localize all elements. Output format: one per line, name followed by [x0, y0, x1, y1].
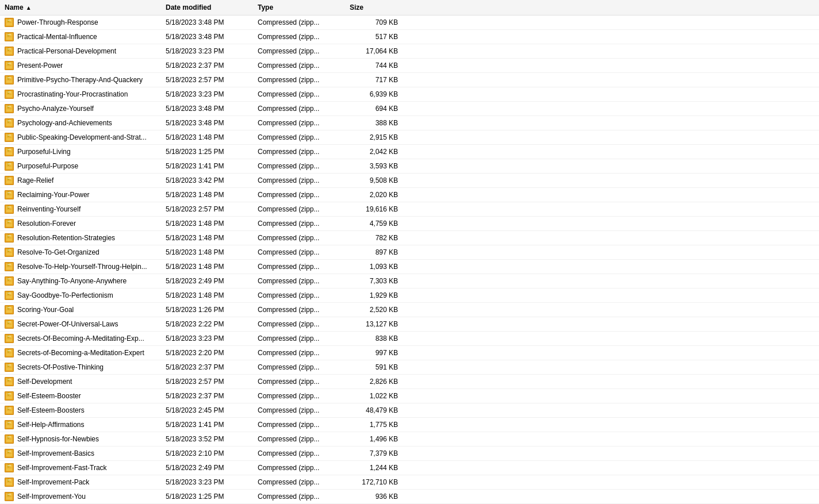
header-type[interactable]: Type	[253, 1, 345, 14]
table-row[interactable]: Procrastinating-Your-Procrastination5/18…	[0, 87, 819, 102]
table-row[interactable]: Secrets-Of-Becoming-A-Meditating-Exp...5…	[0, 332, 819, 346]
file-size-cell: 2,915 KB	[345, 131, 403, 144]
table-row[interactable]: Public-Speaking-Development-and-Strat...…	[0, 130, 819, 145]
file-name-text: Reclaiming-Your-Power	[17, 190, 90, 200]
table-row[interactable]: Present-Power5/18/2023 2:37 PMCompressed…	[0, 59, 819, 73]
file-name-text: Practical-Personal-Development	[17, 46, 116, 56]
file-name-text: Reinventing-Yourself	[17, 204, 81, 214]
table-row[interactable]: Practical-Personal-Development5/18/2023 …	[0, 44, 819, 59]
svg-rect-77	[8, 235, 9, 236]
file-date-cell: 5/18/2023 1:48 PM	[161, 188, 253, 201]
svg-rect-112	[8, 336, 9, 336]
zip-file-icon	[5, 406, 14, 415]
table-row[interactable]: Self-Esteem-Booster5/18/2023 2:37 PMComp…	[0, 389, 819, 403]
svg-rect-33	[8, 107, 9, 107]
svg-rect-106	[7, 321, 9, 324]
table-row[interactable]: Secrets-Of-Postive-Thinking5/18/2023 2:3…	[0, 360, 819, 375]
svg-rect-103	[8, 308, 9, 309]
table-row[interactable]: Psychology-and-Achievements5/18/2023 3:4…	[0, 116, 819, 130]
file-type-cell: Compressed (zipp...	[253, 461, 345, 474]
header-name[interactable]: Name ▲	[0, 1, 161, 14]
svg-rect-167	[8, 494, 9, 494]
zip-file-icon	[5, 18, 14, 27]
file-name-cell: Present-Power	[0, 59, 161, 72]
file-name-text: Procrastinating-Your-Procrastination	[17, 89, 128, 99]
svg-rect-32	[8, 106, 9, 106]
file-name-cell: Resolve-To-Get-Organized	[0, 246, 161, 259]
table-row[interactable]: Rage-Relief5/18/2023 3:42 PMCompressed (…	[0, 174, 819, 188]
table-row[interactable]: Resolve-To-Get-Organized5/18/2023 1:48 P…	[0, 245, 819, 260]
table-row[interactable]: Purposeful-Living5/18/2023 1:25 PMCompre…	[0, 145, 819, 159]
file-list-container[interactable]: Name ▲ Date modified Type Size Power-Thr…	[0, 0, 819, 504]
table-row[interactable]: Say-Anything-To-Anyone-Anywhere5/18/2023…	[0, 274, 819, 288]
file-size-cell: 1,022 KB	[345, 390, 403, 402]
svg-rect-22	[8, 77, 9, 78]
table-row[interactable]: Reinventing-Yourself5/18/2023 2:57 PMCom…	[0, 202, 819, 217]
file-size-cell: 7,303 KB	[345, 275, 403, 287]
zip-file-icon	[5, 262, 14, 271]
file-size-cell: 694 KB	[345, 102, 403, 115]
table-row[interactable]: Primitive-Psycho-Therapy-And-Quackery5/1…	[0, 73, 819, 87]
file-size-cell: 997 KB	[345, 347, 403, 359]
file-date-cell: 5/18/2023 2:37 PM	[161, 59, 253, 72]
svg-rect-8	[8, 35, 9, 36]
svg-rect-132	[8, 393, 9, 394]
svg-rect-141	[7, 421, 9, 424]
file-date-cell: 5/18/2023 3:48 PM	[161, 117, 253, 129]
header-size[interactable]: Size	[345, 1, 403, 14]
file-date-cell: 5/18/2023 1:26 PM	[161, 303, 253, 316]
table-row[interactable]: Secrets-of-Becoming-a-Meditation-Expert5…	[0, 346, 819, 360]
table-row[interactable]: Resolution-Forever5/18/2023 1:48 PMCompr…	[0, 217, 819, 231]
header-date[interactable]: Date modified	[161, 1, 253, 14]
svg-rect-116	[7, 349, 9, 352]
svg-rect-3	[8, 21, 9, 21]
svg-rect-93	[8, 279, 9, 280]
file-size-cell: 13,127 KB	[345, 318, 403, 330]
svg-rect-153	[8, 452, 9, 452]
file-name-text: Present-Power	[17, 60, 63, 71]
file-size-cell: 3,593 KB	[345, 160, 403, 172]
table-row[interactable]: Self-Improvement-Basics5/18/2023 2:10 PM…	[0, 447, 819, 461]
file-name-text: Self-Esteem-Boosters	[17, 405, 85, 415]
table-row[interactable]: Purposeful-Purpose5/18/2023 1:41 PMCompr…	[0, 159, 819, 174]
table-row[interactable]: Secret-Power-Of-Universal-Laws5/18/2023 …	[0, 317, 819, 332]
table-row[interactable]: Reclaiming-Your-Power5/18/2023 1:48 PMCo…	[0, 188, 819, 202]
file-size-cell: 4,759 KB	[345, 217, 403, 230]
table-row[interactable]: Resolve-To-Help-Yourself-Throug-Helpin..…	[0, 260, 819, 274]
file-date-cell: 5/18/2023 3:42 PM	[161, 174, 253, 187]
table-row[interactable]: Self-Improvement-You5/18/2023 1:25 PMCom…	[0, 490, 819, 504]
table-row[interactable]: Say-Goodbye-To-Perfectionism5/18/2023 1:…	[0, 288, 819, 303]
table-row[interactable]: Psycho-Analyze-Yourself5/18/2023 3:48 PM…	[0, 102, 819, 116]
zip-file-icon	[5, 478, 14, 487]
table-row[interactable]: Self-Improvement-Pack5/18/2023 3:23 PMCo…	[0, 475, 819, 490]
table-row[interactable]: Scoring-Your-Goal5/18/2023 1:26 PMCompre…	[0, 303, 819, 317]
table-row[interactable]: Resolution-Retention-Strategies5/18/2023…	[0, 231, 819, 245]
zip-file-icon	[5, 434, 14, 444]
table-row[interactable]: Self-Hypnosis-for-Newbies5/18/2023 3:52 …	[0, 432, 819, 447]
table-row[interactable]: Self-Improvement-Fast-Track5/18/2023 2:4…	[0, 461, 819, 475]
svg-rect-97	[8, 293, 9, 293]
svg-rect-138	[8, 409, 9, 409]
file-date-cell: 5/18/2023 2:45 PM	[161, 404, 253, 417]
svg-rect-26	[7, 91, 9, 94]
table-row[interactable]: Self-Development5/18/2023 2:57 PMCompres…	[0, 375, 819, 389]
zip-file-icon	[5, 391, 14, 401]
file-date-cell: 5/18/2023 3:23 PM	[161, 88, 253, 101]
file-date-cell: 5/18/2023 3:23 PM	[161, 332, 253, 345]
svg-rect-38	[8, 121, 9, 122]
file-name-cell: Reclaiming-Your-Power	[0, 188, 161, 201]
file-name-text: Secret-Power-Of-Universal-Laws	[17, 319, 118, 329]
table-row[interactable]: Power-Through-Response5/18/2023 3:48 PMC…	[0, 16, 819, 30]
file-name-text: Self-Improvement-Fast-Track	[17, 463, 107, 473]
zip-file-icon	[5, 90, 14, 99]
file-type-cell: Compressed (zipp...	[253, 303, 345, 316]
file-name-cell: Procrastinating-Your-Procrastination	[0, 88, 161, 101]
table-row[interactable]: Self-Esteem-Boosters5/18/2023 2:45 PMCom…	[0, 403, 819, 418]
file-name-cell: Self-Help-Affirmations	[0, 418, 161, 431]
svg-rect-161	[7, 479, 9, 482]
file-size-cell: 2,042 KB	[345, 145, 403, 158]
table-header: Name ▲ Date modified Type Size	[0, 0, 819, 16]
zip-file-icon	[5, 463, 14, 472]
table-row[interactable]: Practical-Mental-Influence5/18/2023 3:48…	[0, 30, 819, 44]
table-row[interactable]: Self-Help-Affirmations5/18/2023 1:41 PMC…	[0, 418, 819, 432]
